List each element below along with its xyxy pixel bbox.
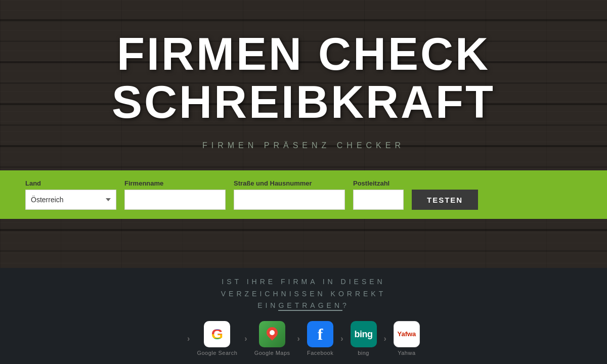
firma-field: Firmenname [124, 179, 226, 210]
plz-label: Postleitzahl [353, 179, 404, 187]
land-field: Land ÖsterreichDeutschlandSchweiz [25, 179, 116, 210]
map-pin-icon [267, 327, 278, 341]
testen-button[interactable]: TESTEN [412, 190, 478, 210]
service-google-maps[interactable]: Google Maps [254, 321, 290, 356]
bing-icon-box: bing [351, 321, 377, 347]
service-yahwa[interactable]: Yafwa Yahwa [394, 321, 420, 356]
yahwa-label: Yahwa [398, 350, 415, 356]
search-form-bar: Land ÖsterreichDeutschlandSchweiz Firmen… [0, 170, 607, 219]
directory-line1: IST IHRE FIRMA IN DIESEN [221, 276, 386, 288]
strasse-input[interactable] [234, 190, 345, 210]
services-row: › G Google Search › Google Maps › f Face… [187, 321, 420, 356]
service-bing[interactable]: bing bing [351, 321, 377, 356]
firma-input[interactable] [124, 190, 226, 210]
directory-line3: EINGETRAGEN? [221, 300, 386, 312]
chevron-icon-3: › [297, 334, 300, 343]
title-line2: SCHREIBKRAFT [112, 77, 495, 127]
chevron-icon-4: › [340, 334, 343, 343]
main-title: FIRMEN CHECK SCHREIBKRAFT [112, 30, 495, 126]
chevron-icon-5: › [384, 334, 386, 343]
google-search-icon-box: G [204, 321, 230, 347]
land-label: Land [25, 179, 116, 187]
bing-label: bing [358, 350, 369, 356]
service-google-search[interactable]: G Google Search [197, 321, 237, 356]
google-search-label: Google Search [197, 350, 237, 356]
facebook-icon-box: f [307, 321, 333, 347]
google-maps-icon-box [259, 321, 285, 347]
plz-input[interactable] [353, 190, 404, 210]
google-maps-label: Google Maps [254, 350, 290, 356]
strasse-field: Straße und Hausnummer [234, 179, 345, 210]
directory-line2: VERZEICHNISSEN KORREKT [221, 288, 386, 300]
facebook-label: Facebook [307, 350, 333, 356]
title-line1: FIRMEN CHECK [117, 29, 490, 79]
chevron-icon-2: › [244, 334, 247, 343]
yahwa-icon-box: Yafwa [394, 321, 420, 347]
firma-label: Firmenname [124, 179, 226, 187]
plz-field: Postleitzahl [353, 179, 404, 210]
subtitle: FIRMEN PRÄSENZ CHECKER [202, 141, 405, 150]
hero-section: FIRMEN CHECK SCHREIBKRAFT FIRMEN PRÄSENZ… [0, 0, 607, 268]
bottom-section: IST IHRE FIRMA IN DIESEN VERZEICHNISSEN … [0, 268, 607, 364]
service-facebook[interactable]: f Facebook [307, 321, 333, 356]
strasse-label: Straße und Hausnummer [234, 179, 345, 187]
chevron-icon-1: › [187, 334, 190, 343]
directory-text: IST IHRE FIRMA IN DIESEN VERZEICHNISSEN … [221, 276, 386, 312]
land-select[interactable]: ÖsterreichDeutschlandSchweiz [25, 190, 116, 210]
